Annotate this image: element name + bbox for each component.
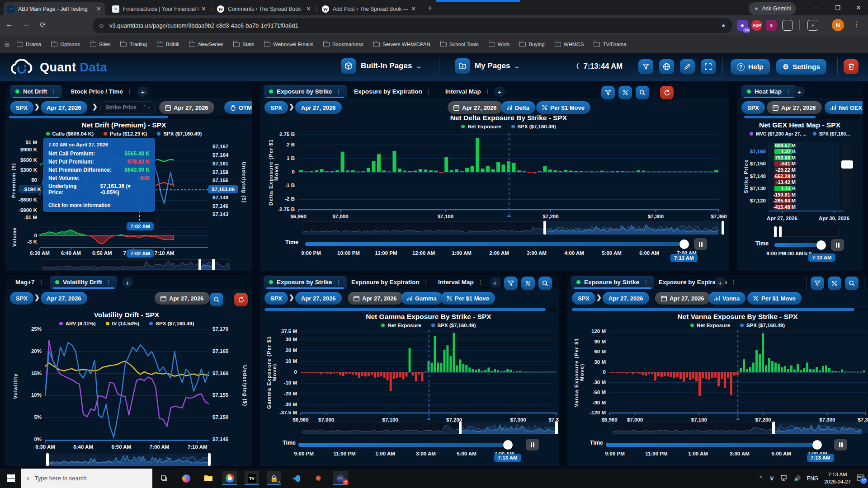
globe-button[interactable] xyxy=(659,59,674,74)
minimap-handle-left[interactable] xyxy=(543,221,546,235)
time-slider-track[interactable] xyxy=(305,242,689,246)
time-slider-thumb[interactable] xyxy=(503,440,513,450)
bookmark-item[interactable]: Work xyxy=(489,42,510,47)
profile-avatar[interactable]: N xyxy=(832,19,844,31)
start-button[interactable] xyxy=(4,471,18,485)
tab-close-icon[interactable]: ✕ xyxy=(411,5,416,12)
minimize-button[interactable]: ─ xyxy=(806,0,826,15)
minimap-selection[interactable] xyxy=(200,260,213,269)
extension3-icon[interactable] xyxy=(782,20,793,31)
pause-button[interactable] xyxy=(834,439,847,450)
tab-close-icon[interactable]: ✕ xyxy=(306,5,311,12)
extension2-icon[interactable]: S xyxy=(766,20,777,31)
help-button[interactable]: ?Help xyxy=(731,59,770,75)
reload-icon[interactable]: ⟳ xyxy=(40,20,46,29)
time-slider-thumb[interactable] xyxy=(816,240,826,250)
tray-clock[interactable]: 7:13 AM2026-04-27 xyxy=(824,471,851,485)
copilot-icon[interactable] xyxy=(179,471,193,485)
heatmap-v-scrollbar[interactable] xyxy=(842,142,853,210)
minimap-handle-right[interactable] xyxy=(779,226,782,237)
pause-button[interactable] xyxy=(526,439,539,450)
bookmark-item[interactable]: Webnovel Emails xyxy=(264,42,313,47)
chrome-icon[interactable] xyxy=(222,471,237,485)
file-explorer-icon[interactable] xyxy=(201,471,216,485)
edit-button[interactable] xyxy=(680,59,695,74)
range-minimap[interactable] xyxy=(302,422,555,434)
browser-tab[interactable]: ◔ABJ Main Page - Jeff Testing✕ xyxy=(4,2,105,15)
microphone-icon[interactable]: 🎙 xyxy=(769,475,775,482)
vscode-icon[interactable] xyxy=(289,471,303,485)
bookmark-item[interactable]: NewSeries xyxy=(189,42,223,47)
minimap-handle-left[interactable] xyxy=(774,226,777,237)
bookmark-item[interactable]: TV/Drama xyxy=(594,42,626,47)
bookmark-item[interactable]: Drama xyxy=(17,42,42,47)
site-info-icon[interactable]: ⊜ xyxy=(99,22,104,29)
minimap-handle-left[interactable] xyxy=(198,259,201,270)
notifications-icon[interactable]: 27 xyxy=(857,474,864,482)
address-bar[interactable]: ⊜ v3.quantdata.us/page/custom/3bdaa9b2-c… xyxy=(93,18,732,33)
minimap-handle-right[interactable] xyxy=(722,221,724,235)
tab-close-icon[interactable]: ✕ xyxy=(201,5,206,12)
lock-app-icon[interactable]: 🔒➜ xyxy=(267,471,281,485)
discord-icon[interactable]: 🎮7 xyxy=(333,471,348,485)
bookmark-item[interactable]: School Tools xyxy=(440,42,479,47)
extension-icon[interactable]: 14◆ xyxy=(737,20,748,31)
range-minimap[interactable] xyxy=(47,454,209,465)
language-indicator[interactable]: ENG xyxy=(807,475,818,482)
my-pages-menu[interactable]: My Pages⌄ xyxy=(455,58,519,74)
network-icon[interactable] xyxy=(781,475,788,482)
settings-button[interactable]: ⚙Settings xyxy=(776,59,826,75)
range-minimap[interactable] xyxy=(773,227,839,237)
time-slider-track[interactable] xyxy=(606,443,818,447)
bookmark-star-icon[interactable]: ★ xyxy=(721,22,726,29)
back-icon[interactable]: ← xyxy=(5,20,13,28)
bookmark-item[interactable]: Bookmarksss xyxy=(323,42,363,47)
bookmark-item[interactable]: Bilibili xyxy=(157,42,179,47)
bookmark-item[interactable]: Stats xyxy=(233,42,254,47)
bookmark-item[interactable]: Sites xyxy=(90,42,111,47)
minimap-selection[interactable] xyxy=(47,454,209,465)
bookmark-item[interactable]: Trading xyxy=(120,42,147,47)
range-minimap[interactable] xyxy=(613,422,861,434)
minimap-handle-right[interactable] xyxy=(212,259,215,270)
bookmark-item[interactable]: Servers WHM/CPAN xyxy=(373,42,430,47)
minimap-handle-left[interactable] xyxy=(772,422,775,434)
minimap-selection[interactable] xyxy=(545,222,723,234)
close-button[interactable]: ✕ xyxy=(848,0,868,15)
bookmark-item[interactable]: Buying xyxy=(519,42,544,47)
new-tab-button[interactable]: + xyxy=(428,4,432,13)
range-minimap[interactable] xyxy=(42,259,230,270)
ask-gemini-button[interactable]: ✦Ask Gemini xyxy=(749,2,796,15)
browser-menu-icon[interactable]: ⋮ xyxy=(853,20,860,28)
browser-tab[interactable]: WAdd Post ‹ The Spread Book —✕ xyxy=(318,2,420,15)
range-minimap[interactable] xyxy=(302,221,718,234)
taskbar-search[interactable]: ⌕Type here to search xyxy=(21,469,152,488)
pause-button[interactable] xyxy=(831,239,844,251)
time-slider-thumb[interactable] xyxy=(679,239,689,249)
filter-button[interactable] xyxy=(638,59,653,74)
minimap-selection[interactable] xyxy=(774,422,868,433)
adblock-icon[interactable]: ABP xyxy=(751,20,762,31)
minimap-handle-left[interactable] xyxy=(46,453,49,466)
fullscreen-button[interactable] xyxy=(701,59,716,74)
tradingview-icon[interactable]: TV xyxy=(245,471,259,485)
time-slider-track[interactable] xyxy=(298,443,511,447)
minimap-handle-left[interactable] xyxy=(459,422,462,434)
bookmark-item[interactable]: Optoons xyxy=(51,42,80,47)
pause-button[interactable] xyxy=(694,238,707,250)
minimap-selection[interactable] xyxy=(460,422,557,433)
forward-icon[interactable]: → xyxy=(23,20,30,28)
tray-chevron-icon[interactable]: ⌃ xyxy=(759,475,763,482)
built-in-pages-menu[interactable]: Built-In Pages⌄ xyxy=(341,58,421,74)
browser-tab[interactable]: WComments ‹ The Spread Book –✕ xyxy=(213,2,315,15)
restore-button[interactable]: ❐ xyxy=(827,0,848,15)
time-slider-thumb[interactable] xyxy=(812,440,822,450)
starburst-app-icon[interactable]: ✺ xyxy=(311,471,326,485)
delete-button[interactable] xyxy=(844,59,859,74)
apps-grid-icon[interactable]: ⊞ xyxy=(5,41,9,48)
task-view-icon[interactable] xyxy=(157,471,171,485)
minimap-handle-right[interactable] xyxy=(555,422,558,434)
minimap-handle-right[interactable] xyxy=(208,453,211,466)
bookmark-item[interactable]: WHMCS xyxy=(555,42,584,47)
tab-close-icon[interactable]: ✕ xyxy=(96,5,101,12)
